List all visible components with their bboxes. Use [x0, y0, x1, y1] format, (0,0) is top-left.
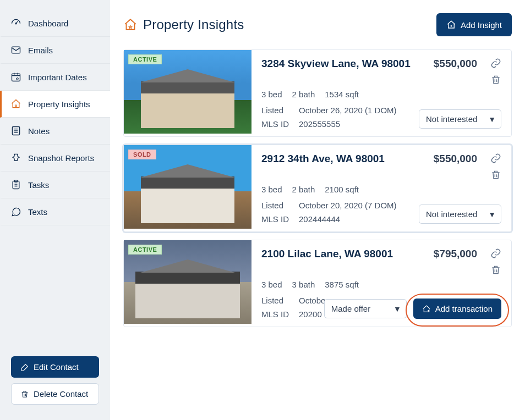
property-card: SOLD 2912 34th Ave, WA 98001 $550,000 — [123, 145, 512, 232]
edit-contact-button[interactable]: Edit Contact — [11, 356, 99, 378]
page-title: Property Insights — [143, 17, 244, 32]
property-address: 2912 34th Ave, WA 98001 — [261, 153, 385, 165]
status-badge: ACTIVE — [128, 54, 162, 64]
sidebar-item-dashboard[interactable]: Dashboard — [0, 10, 110, 37]
listed-value: October 26, 2020 (1 DOM) — [299, 106, 397, 115]
house-plus-icon — [446, 20, 456, 30]
listed-label: Listed — [261, 201, 289, 210]
property-price: $550,000 — [434, 153, 477, 165]
trash-icon[interactable] — [490, 264, 501, 275]
sidebar-item-label: Tasks — [28, 180, 49, 190]
beds-value: 3 bed — [261, 280, 282, 289]
listed-value: October 20, 2020 (7 DOM) — [299, 201, 397, 210]
sidebar-actions: Edit Contact Delete Contact — [0, 350, 110, 420]
gauge-icon — [10, 18, 21, 29]
status-select[interactable]: Not interested — [419, 205, 501, 224]
mls-value-partial: 20200 — [299, 310, 325, 319]
sqft-value: 1534 sqft — [325, 90, 359, 99]
property-price: $795,000 — [434, 248, 477, 260]
property-thumbnail[interactable]: SOLD — [124, 145, 251, 229]
property-address: 2100 Lilac Lane, WA 98001 — [261, 248, 393, 260]
baths-value: 2 bath — [292, 185, 315, 194]
status-badge: SOLD — [128, 150, 156, 159]
calendar-star-icon — [10, 71, 21, 82]
add-insight-button[interactable]: Add Insight — [436, 13, 512, 36]
sidebar-item-tasks[interactable]: Tasks — [0, 172, 110, 198]
status-select[interactable]: Made offer — [324, 299, 407, 318]
mail-icon — [10, 45, 21, 56]
page-header: Property Insights Add Insight — [123, 13, 512, 36]
delete-contact-label: Delete Contact — [34, 389, 88, 399]
property-thumbnail[interactable]: ACTIVE — [124, 50, 251, 134]
sidebar-item-emails[interactable]: Emails — [0, 37, 110, 64]
property-price: $550,000 — [434, 58, 477, 70]
property-cards: ACTIVE 3284 Skyview Lane, WA 98001 $550,… — [123, 49, 512, 327]
sidebar-item-label: Emails — [28, 46, 53, 55]
status-badge: ACTIVE — [128, 245, 162, 255]
trash-icon[interactable] — [490, 169, 501, 180]
mls-label: MLS ID — [261, 310, 289, 319]
link-icon[interactable] — [490, 153, 501, 164]
status-select[interactable]: Not interested — [419, 109, 501, 129]
trash-icon — [20, 390, 29, 399]
notes-icon — [10, 125, 21, 136]
mls-value: 202555555 — [299, 119, 397, 129]
mls-value: 202444444 — [299, 214, 397, 224]
property-card: ACTIVE 2100 Lilac Lane, WA 98001 $795,00… — [123, 240, 512, 327]
listed-label: Listed — [261, 296, 289, 305]
sidebar-item-important-dates[interactable]: Important Dates — [0, 64, 110, 91]
nav-list: Dashboard Emails Important Dates Propert… — [0, 10, 110, 225]
property-address: 3284 Skyview Lane, WA 98001 — [261, 58, 411, 70]
baths-value: 3 bath — [292, 280, 315, 289]
house-star-icon — [123, 18, 138, 32]
pinned-icon — [10, 152, 21, 163]
sidebar-item-snapshot-reports[interactable]: Snapshot Reports — [0, 145, 110, 172]
mls-label: MLS ID — [261, 119, 289, 129]
house-plus-icon — [422, 305, 431, 313]
link-icon[interactable] — [490, 58, 501, 69]
listed-label: Listed — [261, 106, 289, 115]
house-star-icon — [10, 98, 21, 109]
sidebar-item-label: Dashboard — [28, 19, 68, 28]
main-content: Property Insights Add Insight ACTIVE 328… — [110, 0, 525, 420]
svg-rect-2 — [12, 74, 20, 81]
mls-label: MLS ID — [261, 214, 289, 224]
delete-contact-button[interactable]: Delete Contact — [11, 383, 99, 405]
add-transaction-label: Add transaction — [435, 304, 493, 313]
beds-value: 3 bed — [261, 185, 282, 194]
sidebar-item-label: Notes — [28, 126, 50, 136]
sqft-value: 2100 sqft — [325, 185, 359, 194]
add-insight-label: Add Insight — [461, 20, 502, 30]
svg-rect-1 — [12, 47, 20, 53]
beds-value: 3 bed — [261, 90, 282, 99]
edit-contact-label: Edit Contact — [34, 362, 79, 372]
listed-value-partial: Octobe — [299, 296, 325, 305]
sqft-value: 3875 sqft — [325, 280, 359, 289]
sidebar-item-label: Texts — [28, 207, 47, 217]
add-transaction-button[interactable]: Add transaction — [413, 299, 501, 319]
sidebar-item-texts[interactable]: Texts — [0, 198, 110, 225]
sidebar-item-label: Snapshot Reports — [28, 153, 94, 163]
clipboard-icon — [10, 179, 21, 190]
pencil-icon — [20, 363, 29, 372]
sidebar-item-property-insights[interactable]: Property Insights — [0, 91, 110, 118]
property-card: ACTIVE 3284 Skyview Lane, WA 98001 $550,… — [123, 49, 512, 137]
sidebar-item-notes[interactable]: Notes — [0, 118, 110, 145]
link-icon[interactable] — [490, 248, 501, 259]
property-thumbnail[interactable]: ACTIVE — [124, 240, 251, 324]
sidebar: Dashboard Emails Important Dates Propert… — [0, 0, 110, 420]
baths-value: 2 bath — [292, 90, 315, 99]
chat-icon — [10, 206, 21, 217]
sidebar-item-label: Property Insights — [28, 100, 90, 109]
sidebar-item-label: Important Dates — [28, 73, 87, 82]
trash-icon[interactable] — [490, 74, 501, 85]
